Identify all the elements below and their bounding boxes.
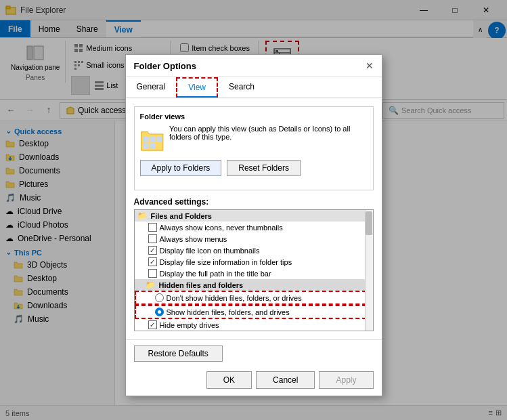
checkbox-file-size-info[interactable]: ✓ bbox=[148, 257, 157, 266]
checkbox-full-path[interactable] bbox=[148, 269, 157, 278]
svg-rect-33 bbox=[143, 143, 148, 148]
folder-views-section: Folder views You can apply this view (su… bbox=[134, 106, 374, 190]
folder-action-buttons: Apply to Folders Reset Folders bbox=[140, 160, 368, 176]
apply-to-folders-button[interactable]: Apply to Folders bbox=[140, 160, 222, 176]
tree-item-always-show-icons[interactable]: Always show icons, never thumbnails bbox=[135, 222, 373, 233]
modal-footer: Restore Defaults bbox=[126, 339, 382, 367]
tree-item-hide-extensions[interactable]: ✓ Hide extensions for known file types bbox=[135, 331, 373, 331]
tree-item-hide-empty-drives[interactable]: ✓ Hide empty drives bbox=[135, 319, 373, 331]
modal-title-bar: Folder Options ✕ bbox=[126, 55, 382, 77]
modal-close-button[interactable]: ✕ bbox=[366, 60, 374, 71]
tab-search[interactable]: Search bbox=[218, 77, 265, 98]
cancel-button[interactable]: Cancel bbox=[256, 371, 315, 389]
tree-item-file-size-info[interactable]: ✓ Display file size information in folde… bbox=[135, 256, 373, 268]
svg-rect-35 bbox=[150, 143, 155, 148]
svg-rect-32 bbox=[143, 136, 148, 142]
tree-item-show-hidden[interactable]: Show hidden files, folders, and drives bbox=[135, 305, 373, 319]
modal-action-buttons: OK Cancel Apply bbox=[126, 367, 382, 396]
folder-icon: 📁 bbox=[146, 280, 155, 289]
advanced-section: Advanced settings: 📁 Files and Folders A… bbox=[134, 197, 374, 331]
folder-options-modal: Folder Options ✕ General View Search Fol… bbox=[125, 54, 382, 396]
advanced-label: Advanced settings: bbox=[134, 197, 374, 207]
radio-dont-show-hidden[interactable] bbox=[155, 293, 164, 302]
folder-views-text: You can apply this view (such as Details… bbox=[169, 125, 368, 141]
tree-item-dont-show-hidden[interactable]: Don't show hidden files, folders, or dri… bbox=[135, 291, 373, 305]
tree-item-hidden-files-folder: 📁 Hidden files and folders bbox=[135, 279, 373, 291]
checkbox-always-show-icons[interactable] bbox=[148, 223, 157, 232]
tree-item-file-icon-thumbnails[interactable]: ✓ Display file icon on thumbnails bbox=[135, 245, 373, 256]
scrollbar[interactable] bbox=[365, 210, 373, 331]
apply-button[interactable]: Apply bbox=[319, 371, 373, 389]
radio-show-hidden[interactable] bbox=[155, 308, 164, 316]
svg-rect-34 bbox=[150, 136, 155, 142]
tab-general[interactable]: General bbox=[126, 77, 177, 98]
tree-container: 📁 Files and Folders Always show icons, n… bbox=[134, 209, 374, 331]
modal-tabs: General View Search bbox=[126, 77, 382, 98]
checkbox-hide-empty-drives[interactable]: ✓ bbox=[148, 320, 157, 329]
folder-views-content: You can apply this view (such as Details… bbox=[140, 125, 368, 154]
folder-preview-icon bbox=[140, 125, 164, 154]
folder-icon: 📁 bbox=[137, 211, 147, 220]
tree-item-files-folders: 📁 Files and Folders bbox=[135, 210, 373, 222]
svg-rect-36 bbox=[156, 136, 162, 142]
tree-item-full-path[interactable]: Display the full path in the title bar bbox=[135, 268, 373, 279]
checkbox-file-icon-thumbnails[interactable]: ✓ bbox=[148, 246, 157, 255]
folder-views-label: Folder views bbox=[140, 112, 368, 121]
scrollbar-thumb[interactable] bbox=[366, 211, 372, 235]
tree-item-always-show-menus[interactable]: Always show menus bbox=[135, 233, 373, 245]
modal-overlay: Folder Options ✕ General View Search Fol… bbox=[0, 0, 507, 420]
modal-title-text: Folder Options bbox=[134, 61, 196, 71]
ok-button[interactable]: OK bbox=[206, 371, 252, 389]
reset-folders-button[interactable]: Reset Folders bbox=[227, 160, 301, 176]
modal-body: Folder views You can apply this view (su… bbox=[126, 98, 382, 339]
checkbox-always-show-menus[interactable] bbox=[148, 234, 157, 243]
tab-view[interactable]: View bbox=[176, 77, 218, 98]
restore-defaults-button[interactable]: Restore Defaults bbox=[134, 345, 223, 362]
